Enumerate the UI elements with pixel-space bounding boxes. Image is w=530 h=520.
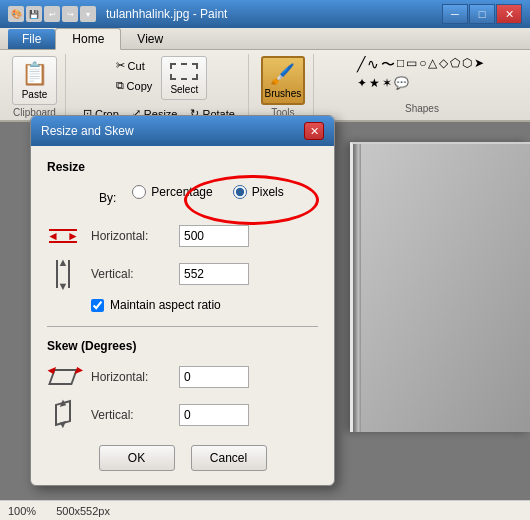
pixels-option[interactable]: Pixels (233, 185, 284, 199)
aspect-ratio-checkbox[interactable] (91, 299, 104, 312)
dialog-body: Resize By: Percentage Pixels (31, 146, 334, 485)
skew-horizontal-row: ◄ ► Horizontal: (47, 363, 318, 391)
skew-horizontal-icon: ◄ ► (47, 363, 79, 391)
pixels-label: Pixels (252, 185, 284, 199)
vertical-arrow-icon: ▲ ▼ (47, 260, 79, 288)
ok-button[interactable]: OK (99, 445, 175, 471)
dialog-close-button[interactable]: ✕ (304, 122, 324, 140)
dialog-title: Resize and Skew (41, 124, 134, 138)
percentage-option[interactable]: Percentage (132, 185, 212, 199)
dialog-title-bar: Resize and Skew ✕ (31, 116, 334, 146)
skew-horizontal-input[interactable] (179, 366, 249, 388)
skew-vertical-icon: ▲ ▼ (47, 401, 79, 429)
resize-skew-dialog: Resize and Skew ✕ Resize By: Percentage … (30, 115, 335, 486)
skew-vertical-input[interactable] (179, 404, 249, 426)
aspect-ratio-row: Maintain aspect ratio (91, 298, 318, 312)
percentage-label: Percentage (151, 185, 212, 199)
dialog-overlay: Resize and Skew ✕ Resize By: Percentage … (0, 0, 530, 520)
aspect-ratio-label: Maintain aspect ratio (110, 298, 221, 312)
dialog-buttons: OK Cancel (47, 445, 318, 471)
percentage-radio[interactable] (132, 185, 146, 199)
resize-by-radio-group: Percentage Pixels (132, 185, 283, 199)
skew-vertical-label: Vertical: (91, 408, 171, 422)
horizontal-label: Horizontal: (91, 229, 171, 243)
pixels-radio[interactable] (233, 185, 247, 199)
vertical-resize-row: ▲ ▼ Vertical: (47, 260, 318, 288)
by-row: By: Percentage Pixels (47, 184, 318, 212)
horizontal-input[interactable] (179, 225, 249, 247)
vertical-label: Vertical: (91, 267, 171, 281)
divider (47, 326, 318, 327)
skew-vertical-row: ▲ ▼ Vertical: (47, 401, 318, 429)
horizontal-arrow-icon: ◄ ► (47, 222, 79, 250)
resize-section-label: Resize (47, 160, 318, 174)
horizontal-resize-row: ◄ ► Horizontal: (47, 222, 318, 250)
by-icon (47, 184, 87, 212)
vertical-input[interactable] (179, 263, 249, 285)
cancel-button[interactable]: Cancel (191, 445, 267, 471)
skew-horizontal-label: Horizontal: (91, 370, 171, 384)
skew-section-label: Skew (Degrees) (47, 339, 318, 353)
by-label: By: (99, 191, 116, 205)
